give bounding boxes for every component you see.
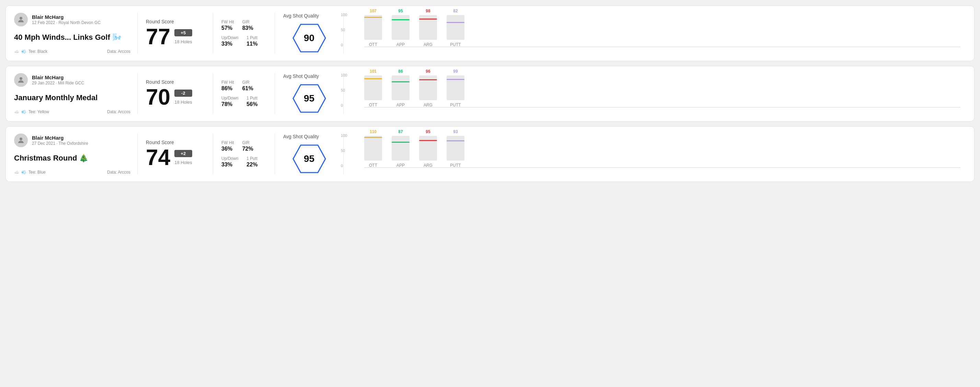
score-label: Round Score: [146, 19, 205, 24]
wind-icon: 💨: [21, 109, 26, 114]
user-meta: 29 Jan 2022 · Mill Ride GCC: [32, 81, 84, 86]
round-title: Christmas Round 🎄: [14, 154, 130, 163]
hexagon-container: 90: [292, 23, 326, 54]
user-name: Blair McHarg: [32, 75, 84, 80]
round-footer: ☁️ 💨 Tee: BlackData: Arccos: [14, 49, 130, 54]
round-left-section: Blair McHarg12 Feb 2022 · Royal North De…: [14, 13, 138, 54]
fw-hit-stat: FW Hit57%: [221, 19, 234, 31]
quality-section: Avg Shot Quality95: [275, 73, 344, 114]
quality-score: 95: [304, 153, 314, 164]
fw-hit-value: 86%: [221, 86, 234, 92]
round-left-section: Blair McHarg27 Dec 2021 · The Oxfordshir…: [14, 133, 138, 174]
svg-point-4: [19, 138, 22, 140]
gir-stat: GIR72%: [242, 140, 253, 152]
fw-hit-label: FW Hit: [221, 80, 234, 85]
fw-hit-label: FW Hit: [221, 140, 234, 145]
putt-stat: 1 Putt22%: [247, 156, 258, 168]
bar-chart-container: 100500101OTT86APP96ARG99PUTT: [352, 73, 961, 114]
fw-hit-stat: FW Hit86%: [221, 80, 234, 92]
round-footer: ☁️ 💨 Tee: BlueData: Arccos: [14, 170, 130, 174]
score-number: 77: [146, 26, 170, 48]
score-holes: 18 Holes: [174, 39, 192, 44]
score-section: Round Score77+518 Holes: [138, 13, 213, 54]
gir-value: 72%: [242, 146, 253, 152]
rounds-list: Blair McHarg12 Feb 2022 · Royal North De…: [5, 5, 975, 182]
round-left-section: Blair McHarg29 Jan 2022 · Mill Ride GCCJ…: [14, 73, 138, 114]
gir-value: 61%: [242, 86, 253, 92]
data-source: Data: Arccos: [107, 170, 130, 174]
score-label: Round Score: [146, 140, 205, 145]
fw-hit-label: FW Hit: [221, 19, 234, 24]
stats-top-pair: FW Hit86%GIR61%: [221, 80, 266, 92]
bar-group-ott: 101OTT: [364, 69, 382, 107]
user-header: Blair McHarg12 Feb 2022 · Royal North De…: [14, 13, 130, 26]
hexagon-container: 95: [292, 143, 326, 174]
updown-value: 33%: [221, 162, 238, 168]
gir-value: 83%: [242, 25, 253, 31]
bar-group-putt: 82PUTT: [447, 9, 465, 47]
stats-top-pair: FW Hit36%GIR72%: [221, 140, 266, 152]
bar-group-ott: 107OTT: [364, 9, 382, 47]
score-holes: 18 Holes: [174, 160, 192, 165]
bar-group-app: 87APP: [391, 129, 409, 168]
score-row: 74+218 Holes: [146, 146, 205, 168]
bar-group-arg: 96ARG: [419, 69, 437, 107]
round-card-round-3[interactable]: Blair McHarg27 Dec 2021 · The Oxfordshir…: [5, 126, 975, 182]
fw-hit-stat: FW Hit36%: [221, 140, 234, 152]
updown-stat: Up/Down33%: [221, 35, 238, 47]
tee-info: ☁️ 💨 Tee: Yellow: [14, 109, 49, 114]
bar-group-app: 95APP: [391, 9, 409, 47]
avatar: [14, 73, 28, 87]
putt-stat: 1 Putt11%: [247, 35, 258, 47]
putt-label: 1 Putt: [247, 156, 258, 161]
putt-label: 1 Putt: [247, 96, 258, 100]
tee-info: ☁️ 💨 Tee: Blue: [14, 170, 46, 174]
avatar: [14, 13, 28, 26]
tee-info: ☁️ 💨 Tee: Black: [14, 49, 48, 54]
quality-section: Avg Shot Quality95: [275, 133, 344, 174]
stats-bottom-pair: Up/Down33%1 Putt22%: [221, 156, 266, 168]
svg-point-0: [19, 17, 22, 19]
quality-score: 90: [304, 33, 314, 44]
user-info: Blair McHarg29 Jan 2022 · Mill Ride GCC: [32, 75, 84, 86]
data-source: Data: Arccos: [107, 109, 130, 114]
round-card-round-1[interactable]: Blair McHarg12 Feb 2022 · Royal North De…: [5, 5, 975, 61]
stats-section: FW Hit86%GIR61%Up/Down78%1 Putt56%: [213, 73, 275, 114]
user-info: Blair McHarg27 Dec 2021 · The Oxfordshir…: [32, 135, 88, 146]
putt-value: 56%: [247, 101, 258, 107]
cloud-icon: ☁️: [14, 170, 19, 174]
quality-score: 95: [304, 93, 314, 104]
fw-hit-value: 57%: [221, 25, 234, 31]
round-title: 40 Mph Winds... Links Golf 🌬️: [14, 33, 130, 42]
gir-label: GIR: [242, 19, 253, 24]
user-meta: 27 Dec 2021 · The Oxfordshire: [32, 141, 88, 146]
score-row: 77+518 Holes: [146, 26, 205, 48]
stats-bottom-pair: Up/Down33%1 Putt11%: [221, 35, 266, 47]
bar-chart-container: 100500110OTT87APP95ARG93PUTT: [352, 133, 961, 174]
user-meta: 12 Feb 2022 · Royal North Devon GC: [32, 20, 100, 25]
bar-group-arg: 98ARG: [419, 9, 437, 47]
stats-section: FW Hit57%GIR83%Up/Down33%1 Putt11%: [213, 13, 275, 54]
updown-label: Up/Down: [221, 35, 238, 40]
score-number: 74: [146, 146, 170, 168]
score-badge: -2: [174, 90, 192, 97]
hexagon-container: 95: [292, 83, 326, 114]
chart-section: 100500101OTT86APP96ARG99PUTT: [344, 73, 966, 114]
quality-label: Avg Shot Quality: [283, 13, 319, 19]
gir-label: GIR: [242, 140, 253, 145]
wind-icon: 💨: [21, 170, 26, 174]
user-name: Blair McHarg: [32, 14, 100, 20]
cloud-icon: ☁️: [14, 109, 19, 114]
updown-label: Up/Down: [221, 156, 238, 161]
bar-group-putt: 93PUTT: [447, 129, 465, 168]
putt-value: 22%: [247, 162, 258, 168]
score-label: Round Score: [146, 79, 205, 85]
tee-label: Tee: Black: [29, 49, 48, 54]
round-card-round-2[interactable]: Blair McHarg29 Jan 2022 · Mill Ride GCCJ…: [5, 66, 975, 121]
score-badge: +5: [174, 29, 192, 36]
gir-stat: GIR83%: [242, 19, 253, 31]
user-header: Blair McHarg27 Dec 2021 · The Oxfordshir…: [14, 133, 130, 147]
putt-stat: 1 Putt56%: [247, 96, 258, 107]
updown-stat: Up/Down33%: [221, 156, 238, 168]
score-badge: +2: [174, 150, 192, 157]
